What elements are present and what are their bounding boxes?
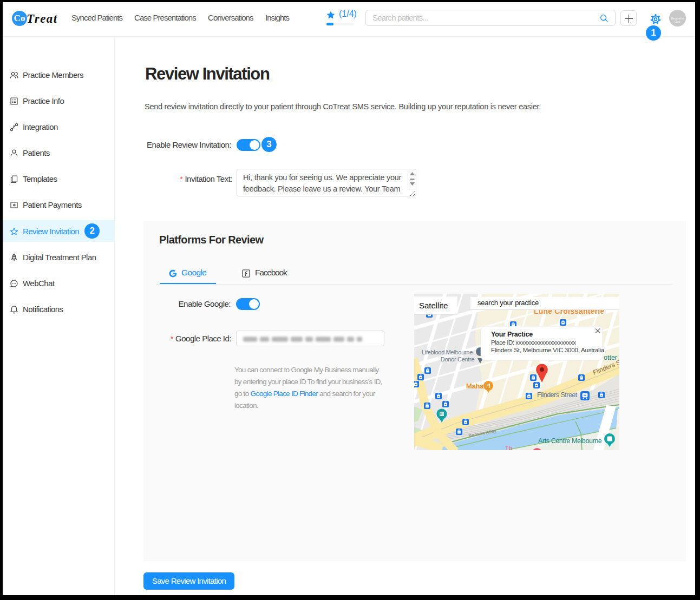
svg-text:Arts Centre Melbourne: Arts Centre Melbourne [538, 437, 602, 445]
svg-text:Satellite: Satellite [419, 301, 448, 310]
svg-text:otter C: otter C [604, 354, 619, 361]
svg-text:Th: Th [505, 445, 512, 450]
svg-text:Donor Centre: Donor Centre [441, 356, 475, 362]
svg-text:Maha: Maha [466, 382, 484, 390]
svg-text:Your Practice: Your Practice [491, 331, 533, 338]
svg-text:Flinders Street: Flinders Street [537, 391, 578, 399]
svg-text:Place ID: xxxxxxxxxxxxxxxxxxxx: Place ID: xxxxxxxxxxxxxxxxxxxxx [491, 339, 576, 346]
svg-text:Lifeblood Melbourne: Lifeblood Melbourne [422, 349, 473, 355]
svg-text:Flinders St, Melbourne VIC 300: Flinders St, Melbourne VIC 3000, Austral… [491, 347, 605, 353]
svg-text:search your practice: search your practice [477, 299, 539, 307]
